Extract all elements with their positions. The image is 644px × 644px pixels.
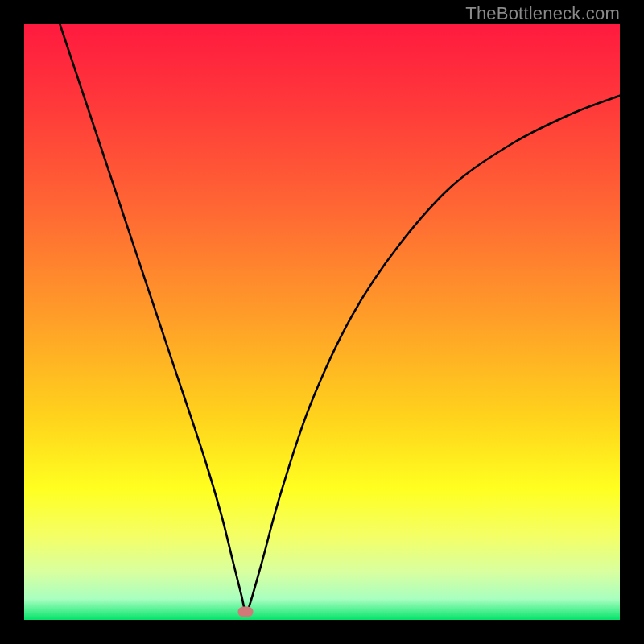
chart-frame: TheBottleneck.com [0, 0, 644, 644]
watermark-label: TheBottleneck.com [465, 3, 620, 24]
optimal-marker [238, 607, 254, 617]
svg-rect-0 [24, 24, 620, 620]
background-gradient [24, 24, 620, 620]
plot-area [24, 24, 620, 620]
